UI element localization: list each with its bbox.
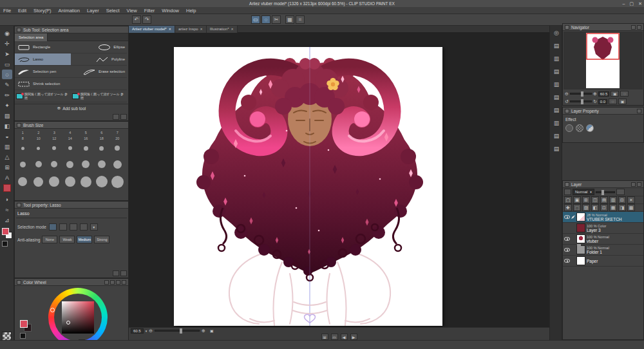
brush-size-value[interactable]: 14 — [62, 137, 79, 140]
eyedropper-tool-icon[interactable]: ⊿ — [2, 215, 12, 225]
figure-tool-icon[interactable]: △ — [2, 152, 12, 162]
navigator-zoom-value[interactable]: 60.5 — [598, 91, 610, 97]
anti-aliasing-strong-button[interactable]: Strong — [94, 236, 109, 243]
brush-size-value[interactable]: 7 — [109, 131, 126, 135]
material-search-icon[interactable]: ◎ — [551, 28, 562, 37]
operation-tool-icon[interactable]: ➤ — [2, 49, 12, 59]
nav-100-icon[interactable]: ◌ — [620, 91, 629, 97]
material-palette-icon[interactable]: ▤ — [551, 144, 562, 153]
brush-size-value[interactable]: 10 — [31, 137, 47, 140]
brush-size-value[interactable]: 16 — [78, 137, 94, 140]
secondary-color-swatch[interactable] — [20, 333, 26, 339]
layer-thumbnail[interactable] — [576, 223, 585, 232]
brush-dot[interactable] — [94, 176, 110, 187]
brush-dot[interactable] — [46, 176, 62, 187]
frame-tool-icon[interactable]: ⊞ — [2, 162, 12, 172]
nav-rotate-cw-icon[interactable]: ↻ — [593, 99, 597, 104]
cut-icon[interactable]: ✂ — [272, 15, 281, 24]
anti-aliasing-weak-button[interactable]: Weak — [59, 236, 75, 243]
brush-size-value[interactable]: 18 — [94, 137, 110, 140]
doc-tab-2[interactable]: ariiez Inspo✕ — [175, 26, 207, 33]
layer-cmd-icon[interactable]: ⊟ — [618, 196, 626, 203]
nav-zoom-in-icon[interactable]: ⊕ — [593, 91, 597, 97]
selection-mode-new-button[interactable] — [49, 223, 57, 231]
folder-icon[interactable] — [576, 245, 585, 254]
brush-size-value[interactable]: 3 — [46, 131, 62, 135]
layer-thumbnail[interactable] — [576, 234, 585, 243]
material-palette-icon[interactable]: ▤ — [551, 92, 562, 102]
subtool-group-tab-selection-area[interactable]: Selection area — [15, 33, 48, 41]
selection-tool-icon[interactable]: ◌ — [2, 70, 12, 79]
layer-menu-icon[interactable] — [631, 182, 636, 187]
layer-cmd-icon[interactable]: ◨ — [618, 204, 626, 211]
brush-dot[interactable] — [31, 147, 47, 150]
canvas-page[interactable] — [174, 47, 442, 326]
layer-opacity-box[interactable] — [616, 189, 625, 195]
brush-size-value[interactable]: 6 — [94, 131, 110, 135]
brush-dot[interactable] — [62, 176, 79, 187]
layer-color-effect-icon[interactable] — [586, 124, 594, 132]
layer-panel-header[interactable]: Layer — [563, 181, 643, 188]
close-button[interactable]: ✕ — [638, 1, 642, 6]
nav-zoom-out-icon[interactable]: ⊖ — [565, 91, 569, 97]
flip-canvas-button[interactable]: ⊞ — [321, 334, 328, 340]
canvas-artwork[interactable] — [174, 47, 442, 326]
brush-dot[interactable] — [78, 146, 94, 151]
brush-dot[interactable] — [31, 177, 47, 187]
navigator-thumbnail[interactable] — [586, 33, 620, 88]
maximize-button[interactable]: ▢ — [630, 1, 634, 6]
layer-thumbnail[interactable] — [576, 212, 585, 222]
select-rect-icon[interactable]: ▭ — [251, 15, 260, 24]
layer-row-vtuber[interactable]: 100 % Normal vtuber — [563, 234, 643, 245]
visibility-eye-icon[interactable] — [564, 215, 570, 219]
current-color-swatch[interactable] — [20, 320, 28, 328]
navigator-collapse-icon[interactable] — [637, 25, 641, 30]
subtool-shrink-selection[interactable]: Shrink selection — [15, 78, 71, 90]
pencil-tool-icon[interactable]: ✏ — [2, 90, 12, 100]
brush-size-value[interactable]: 8 — [15, 137, 31, 140]
selection-mode-dropdown[interactable]: ▾ — [90, 223, 98, 231]
material-palette-icon[interactable]: ▤ — [551, 131, 562, 140]
fit-screen-icon[interactable]: ▣ — [210, 328, 214, 333]
tool-property-header[interactable]: Tool property: Lasso — [15, 202, 128, 209]
airbrush-tool-icon[interactable]: ▨ — [2, 111, 12, 120]
menu-item-select[interactable]: Select — [106, 8, 120, 14]
color-wheel-header[interactable]: Color Wheel — [15, 279, 128, 286]
subtool-page-icon[interactable] — [113, 114, 119, 120]
layer-opacity-slider[interactable] — [596, 191, 615, 193]
brush-dot[interactable] — [46, 161, 62, 167]
layer-cmd-icon[interactable]: ▩ — [627, 204, 635, 211]
add-subtool-button[interactable]: ⊕ Add sub tool — [15, 104, 128, 112]
tab-close-icon[interactable]: ✕ — [231, 27, 233, 31]
layer-cmd-icon[interactable]: ✕ — [627, 196, 635, 203]
tool-property-reset-icon[interactable] — [120, 270, 127, 276]
tab-close-icon[interactable]: ✕ — [169, 27, 171, 31]
minimize-button[interactable]: – — [623, 1, 625, 6]
tab-close-icon[interactable]: ✕ — [200, 27, 203, 31]
color-slider-tab-icon[interactable] — [110, 280, 115, 285]
layer-collapse-icon[interactable] — [637, 182, 641, 187]
brush-size-value[interactable]: 5 — [78, 131, 94, 135]
navigator-menu-icon[interactable] — [631, 25, 636, 30]
menu-item-file[interactable]: File — [3, 8, 11, 14]
doc-tab-1[interactable]: Ariiez vtuber model*✕ — [129, 26, 175, 33]
balloon-tool-icon[interactable]: ◗ — [2, 194, 12, 204]
anti-aliasing-none-button[interactable]: None — [42, 236, 57, 243]
layer-property-menu-icon[interactable] — [637, 109, 641, 113]
undo-icon[interactable]: ↶ — [132, 15, 141, 24]
material-palette-icon[interactable]: ▤ — [551, 41, 562, 50]
sub-color-swatch[interactable] — [2, 241, 8, 247]
material-palette-icon[interactable]: ▥ — [551, 118, 562, 127]
navigator-header[interactable]: Navigator — [563, 24, 643, 31]
brush-dot[interactable] — [78, 160, 94, 168]
visibility-eye-icon[interactable] — [564, 237, 570, 241]
nav-rotate-slider[interactable] — [570, 100, 592, 102]
layer-cmd-icon[interactable]: ⊞ — [582, 196, 590, 203]
brush-dot[interactable] — [15, 177, 31, 186]
anti-aliasing-medium-button[interactable]: Medium — [77, 236, 92, 243]
subtool-jp-tool-2[interactable]: 隙間無く囲って消すツール 参照 — [71, 90, 127, 102]
blend-tool-icon[interactable]: ▥ — [2, 142, 12, 151]
blend-mode-select[interactable]: Normal ▾ — [573, 189, 594, 195]
material-palette-icon[interactable]: ▥ — [551, 79, 562, 89]
material-palette-icon[interactable]: ▤ — [551, 66, 562, 76]
